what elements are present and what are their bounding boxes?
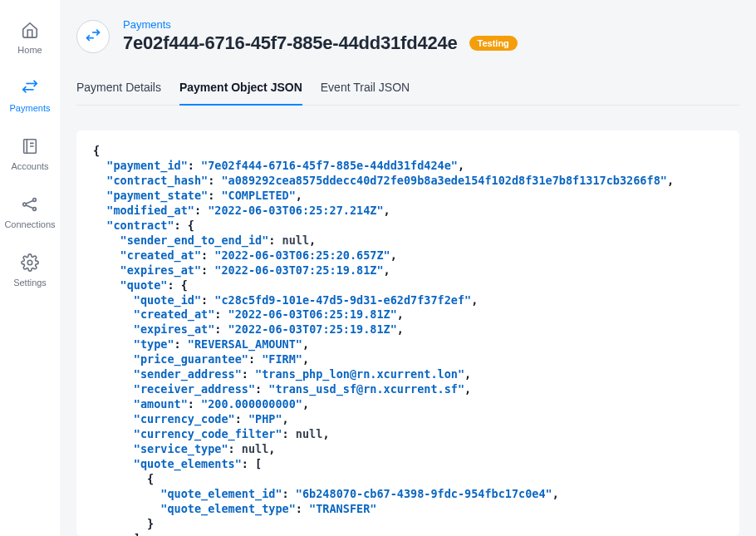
tab-payment-details[interactable]: Payment Details xyxy=(76,81,161,106)
home-icon xyxy=(20,20,40,40)
nav-label: Payments xyxy=(10,103,51,113)
json-card: { "payment_id": "7e02f444-6716-45f7-885e… xyxy=(76,130,739,536)
svg-point-1 xyxy=(23,203,27,206)
tab-event-trail-json[interactable]: Event Trail JSON xyxy=(321,81,410,106)
nav-label: Connections xyxy=(4,219,55,229)
nav-label: Home xyxy=(17,45,42,55)
nav-label: Settings xyxy=(13,278,47,288)
nav-connections[interactable]: Connections xyxy=(4,194,55,229)
nav-accounts[interactable]: Accounts xyxy=(11,136,48,171)
swap-icon xyxy=(20,78,40,98)
nav-home[interactable]: Home xyxy=(17,20,42,55)
json-viewer[interactable]: { "payment_id": "7e02f444-6716-45f7-885e… xyxy=(93,144,723,536)
main-content: Payments 7e02f444-6716-45f7-885e-44dd31f… xyxy=(60,0,756,536)
gear-icon xyxy=(20,253,40,273)
nav-settings[interactable]: Settings xyxy=(13,253,47,288)
book-icon xyxy=(20,136,40,156)
nodes-icon xyxy=(20,194,40,214)
svg-point-4 xyxy=(27,260,32,265)
svg-point-3 xyxy=(33,208,37,211)
status-badge: Testing xyxy=(469,36,518,51)
page-title: 7e02f444-6716-45f7-885e-44dd31fd424e xyxy=(123,32,458,54)
svg-point-2 xyxy=(33,199,37,202)
nav-payments[interactable]: Payments xyxy=(10,78,51,113)
back-button[interactable] xyxy=(76,20,110,53)
tab-payment-object-json[interactable]: Payment Object JSON xyxy=(179,81,302,106)
sidebar: Home Payments Accounts Connections Setti… xyxy=(0,0,60,536)
tabs: Payment Details Payment Object JSON Even… xyxy=(76,81,739,106)
page-header: Payments 7e02f444-6716-45f7-885e-44dd31f… xyxy=(76,18,739,54)
nav-label: Accounts xyxy=(11,161,48,171)
breadcrumb[interactable]: Payments xyxy=(123,18,518,31)
